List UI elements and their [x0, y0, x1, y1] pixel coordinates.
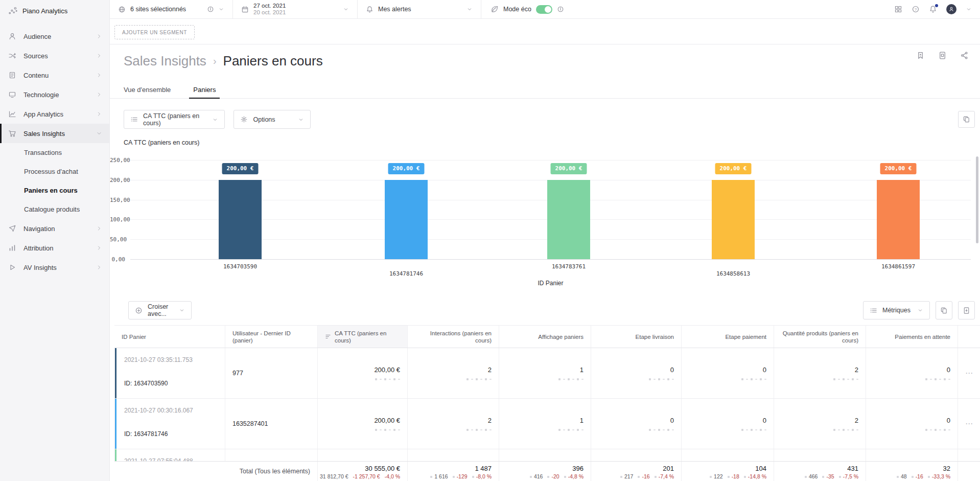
sparkline — [925, 378, 950, 380]
column-header-quantite-produits[interactable]: Quantité produits (paniers en cours) — [774, 326, 866, 348]
column-header-utilisateur[interactable]: Utilisateur - Dernier ID (panier) — [225, 326, 317, 348]
metric-selector[interactable]: CA TTC (paniers en cours) — [124, 110, 225, 129]
svg-text:?: ? — [915, 7, 917, 12]
sidebar-item-contenu[interactable]: Contenu — [0, 65, 109, 85]
cell-value: 0 — [947, 417, 950, 424]
table-body: 2021-10-27 03:35:11.753 ID: 1634703590 9… — [114, 348, 980, 461]
sidebar-subitem-transactions[interactable]: Transactions — [0, 143, 109, 162]
sort-descending-icon — [325, 334, 331, 340]
cell-id-panier: 2021-10-27 00:30:16.067 ID: 1634781746 — [114, 399, 225, 449]
sources-icon — [8, 52, 16, 60]
sidebar-item-av-insights[interactable]: AV Insights — [0, 258, 109, 277]
cross-with-button[interactable]: Croiser avec... — [128, 301, 192, 319]
x-axis-title: ID Panier — [130, 280, 971, 287]
table-export-button[interactable] — [958, 301, 975, 319]
alerts-selector[interactable]: Mes alertes — [358, 0, 481, 18]
cell-date: 2021-10-27 00:30:16.067 — [124, 407, 193, 414]
chevron-down-icon — [96, 130, 102, 136]
sparkline — [375, 378, 400, 380]
chevron-down-icon — [343, 6, 349, 12]
sidebar-item-label: Navigation — [24, 225, 55, 233]
notifications-button[interactable] — [929, 5, 937, 13]
breadcrumb-parent[interactable]: Sales Insights — [124, 53, 206, 69]
sidebar-item-technologie[interactable]: Technologie — [0, 85, 109, 104]
sidebar-item-audience[interactable]: Audience — [0, 27, 109, 46]
breadcrumb: Sales Insights › Paniers en cours — [124, 53, 969, 69]
x-axis-category: 1634781746 — [389, 270, 423, 277]
tab-paniers[interactable]: Paniers — [193, 82, 216, 98]
sidebar-subitem-catalogue-produits[interactable]: Catalogue produits — [0, 200, 109, 219]
column-header-actions — [958, 326, 980, 348]
cell-paiement: 0 — [681, 399, 774, 449]
cell-value: 2 — [855, 366, 858, 374]
info-icon[interactable] — [207, 6, 214, 13]
chevron-down-icon — [917, 307, 923, 313]
sidebar-item-sales-insights[interactable]: Sales Insights — [0, 124, 109, 143]
info-icon[interactable] — [557, 6, 564, 13]
chart-bar[interactable]: 200,00 € — [877, 180, 920, 259]
chart-bar[interactable]: 200,00 € — [385, 180, 428, 259]
column-header-etape-livraison[interactable]: Etape livraison — [591, 326, 681, 348]
play-icon — [8, 263, 16, 271]
list-icon — [130, 116, 138, 123]
cell-interactions: 2 — [407, 348, 499, 398]
bar-value-badge: 200,00 € — [715, 163, 752, 174]
sparkline — [558, 429, 584, 431]
metrics-selector[interactable]: Métriques — [863, 301, 930, 319]
chart-bar[interactable]: 200,00 € — [547, 180, 590, 259]
sidebar-item-app-analytics[interactable]: App Analytics — [0, 104, 109, 124]
avatar[interactable] — [946, 4, 956, 14]
cell-attente: 0 — [866, 348, 958, 398]
tab-vue-densemble[interactable]: Vue d'ensemble — [124, 82, 171, 98]
help-icon[interactable]: ? — [912, 5, 920, 13]
gear-icon — [240, 116, 248, 123]
bookmark-star-icon[interactable] — [916, 51, 925, 60]
share-icon[interactable] — [960, 51, 969, 60]
column-header-paiements-attente[interactable]: Paiements en attente — [866, 326, 958, 348]
row-actions-button[interactable]: ⋯ — [958, 399, 980, 449]
table-copy-button[interactable] — [936, 301, 952, 319]
total-prev: 466 — [805, 473, 818, 479]
save-template-icon[interactable] — [938, 51, 947, 60]
sidebar-item-label: Attribution — [24, 244, 54, 252]
date-range-selector[interactable]: 27 oct. 2021 20 oct. 2021 — [233, 0, 358, 18]
cell-value: 0 — [670, 417, 674, 424]
add-segment-button[interactable]: AJOUTER UN SEGMENT — [114, 25, 195, 39]
total-prev: 31 812,70 € — [320, 473, 348, 479]
sidebar-item-navigation[interactable]: Navigation — [0, 219, 109, 238]
chart-bar[interactable]: 200,00 € — [712, 180, 755, 259]
options-selector[interactable]: Options — [234, 110, 311, 129]
sidebar-item-sources[interactable]: Sources — [0, 46, 109, 65]
total-prev: 48 — [897, 473, 907, 479]
piano-analytics-logo-icon — [8, 6, 17, 15]
sidebar-subitem-processus-achat[interactable]: Processus d'achat — [0, 162, 109, 181]
sidebar-item-label: Contenu — [24, 72, 49, 79]
column-header-id-panier[interactable]: ID Panier — [114, 326, 225, 348]
topbar-right: ? — [894, 0, 980, 18]
sidebar-subitem-label: Processus d'achat — [24, 168, 78, 175]
table-row: 2021-10-27 07:55:04.488 — [114, 449, 980, 461]
cell-date: 2021-10-27 07:55:04.488 — [124, 457, 193, 461]
apps-grid-icon[interactable] — [894, 5, 902, 13]
chart-plot: 200,00 € 200,00 € 200,00 € 200,00 € 200,… — [130, 160, 971, 259]
chevron-down-icon[interactable] — [966, 6, 972, 12]
cell-id-label: ID: 1634703590 — [124, 380, 168, 387]
column-header-interactions[interactable]: Interactions (paniers en cours) — [407, 326, 499, 348]
eco-toggle[interactable] — [536, 5, 552, 14]
app-logo[interactable]: Piano Analytics — [0, 0, 109, 21]
column-header-affichage-paniers[interactable]: Affichage paniers — [499, 326, 591, 348]
cell-id-panier: 2021-10-27 03:35:11.753 ID: 1634703590 — [114, 348, 225, 398]
cell-value: 200,00 € — [374, 366, 400, 374]
column-header-ca-ttc[interactable]: CA TTC (paniers en cours) — [317, 326, 407, 348]
cell-quantite: 2 — [774, 399, 866, 449]
row-actions-button[interactable]: ⋯ — [958, 348, 980, 398]
sidebar-subitem-paniers-en-cours[interactable]: Paniers en cours — [0, 181, 109, 200]
sidebar-item-attribution[interactable]: Attribution — [0, 238, 109, 258]
site-selector[interactable]: 6 sites sélectionnés — [110, 0, 233, 18]
column-header-etape-paiement[interactable]: Etape paiement — [681, 326, 774, 348]
chart-copy-button[interactable] — [958, 111, 975, 128]
scrollbar-thumb[interactable] — [976, 156, 978, 243]
chart-bar[interactable]: 200,00 € — [219, 180, 262, 259]
cell-value: 2 — [488, 417, 492, 424]
sidebar-item-label: Sales Insights — [24, 130, 65, 138]
